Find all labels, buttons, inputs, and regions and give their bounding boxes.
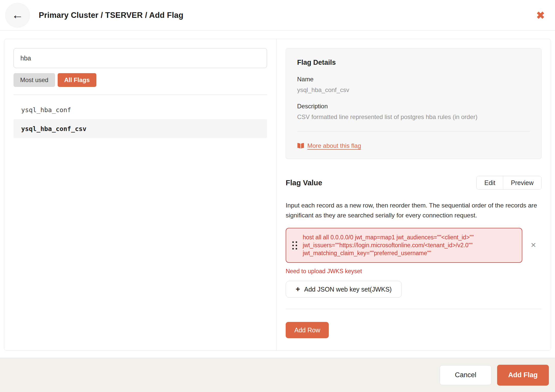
divider	[297, 131, 530, 132]
flag-list: ysql_hba_conf ysql_hba_conf_csv	[14, 100, 267, 138]
edit-preview-toggle: Edit Preview	[476, 176, 541, 190]
flag-description-label: Description	[297, 103, 530, 110]
add-jwks-button[interactable]: + Add JSON web key set(JWKS)	[286, 281, 402, 298]
close-icon: ✕	[531, 241, 536, 249]
flag-value-header: Flag Value Edit Preview	[286, 176, 541, 190]
more-about-flag-label: More about this flag	[307, 142, 361, 149]
page-title: Primary Cluster / TSERVER / Add Flag	[39, 11, 183, 20]
open-book-icon	[297, 142, 304, 149]
flag-value-instructions: Input each record as a new row, then reo…	[286, 200, 541, 220]
filter-toggle-group: Most used All Flags	[14, 73, 267, 87]
modal-footer: Cancel Add Flag	[0, 358, 555, 392]
preview-tab[interactable]: Preview	[503, 176, 541, 189]
jwks-error-message: Need to upload JWKS keyset	[286, 268, 541, 275]
flag-description-value: CSV formatted line represented list of p…	[297, 113, 530, 121]
back-button[interactable]: ←	[5, 3, 30, 28]
modal-header: ← Primary Cluster / TSERVER / Add Flag ✖	[0, 0, 555, 31]
flag-value-row-text: host all all 0.0.0.0/0 jwt_map=map1 jwt_…	[303, 233, 516, 257]
flag-name-label: Name	[297, 76, 530, 83]
drag-handle-icon[interactable]	[292, 241, 297, 250]
more-about-flag-link[interactable]: More about this flag	[297, 142, 361, 149]
add-jwks-label: Add JSON web key set(JWKS)	[304, 286, 392, 293]
flag-value-row-wrapper: host all all 0.0.0.0/0 jwt_map=map1 jwt_…	[286, 228, 541, 263]
flag-list-item[interactable]: ysql_hba_conf	[14, 100, 267, 119]
close-icon: ✖	[536, 10, 545, 21]
divider	[286, 309, 541, 309]
add-row-button[interactable]: Add Row	[286, 322, 329, 338]
flag-details-card: Flag Details Name ysql_hba_conf_csv Desc…	[286, 48, 541, 159]
flag-details-title: Flag Details	[297, 59, 530, 67]
filter-most-used-button[interactable]: Most used	[14, 73, 55, 87]
arrow-left-icon: ←	[12, 9, 23, 21]
add-flag-modal: ← Primary Cluster / TSERVER / Add Flag ✖…	[0, 0, 555, 392]
cancel-button[interactable]: Cancel	[440, 365, 491, 385]
close-button[interactable]: ✖	[536, 10, 545, 20]
divider	[14, 95, 267, 95]
flag-value-row[interactable]: host all all 0.0.0.0/0 jwt_map=map1 jwt_…	[286, 228, 522, 263]
flag-search-panel: Most used All Flags ysql_hba_conf ysql_h…	[4, 39, 276, 350]
add-flag-button[interactable]: Add Flag	[497, 365, 549, 386]
plus-icon: +	[296, 285, 300, 293]
remove-row-button[interactable]: ✕	[531, 242, 536, 249]
flag-value-title: Flag Value	[286, 179, 322, 187]
flag-detail-panel: Flag Details Name ysql_hba_conf_csv Desc…	[276, 39, 551, 350]
flag-search-input[interactable]	[14, 48, 267, 68]
edit-tab[interactable]: Edit	[477, 176, 503, 189]
content-card: Most used All Flags ysql_hba_conf ysql_h…	[4, 39, 551, 351]
flag-list-item-selected[interactable]: ysql_hba_conf_csv	[14, 119, 267, 138]
filter-all-flags-button[interactable]: All Flags	[58, 73, 96, 87]
flag-name-value: ysql_hba_conf_csv	[297, 86, 530, 94]
